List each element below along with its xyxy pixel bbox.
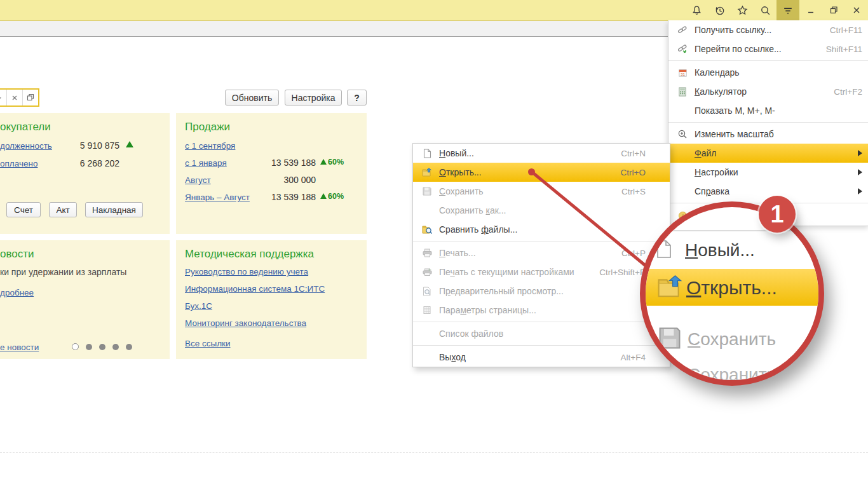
menu-item-print-preview[interactable]: Предварительный просмотр...: [413, 282, 670, 301]
close-window-button[interactable]: [6, 90, 22, 105]
submenu-arrow-icon: [858, 188, 862, 194]
refresh-button[interactable]: Обновить: [225, 90, 279, 105]
menu-item-label: Калькулятор: [695, 86, 826, 97]
pagination-dot[interactable]: [99, 344, 105, 350]
close-icon: [851, 5, 862, 15]
menu-item-label: Новый...: [439, 148, 613, 158]
settings-button[interactable]: Настройка: [285, 90, 342, 105]
invoice-button[interactable]: Счет: [6, 202, 41, 217]
calendar-icon: 31: [676, 67, 689, 78]
floppy-icon: [421, 186, 433, 196]
menu-item-label: Сохранить как...: [439, 205, 638, 215]
history-icon: [714, 5, 725, 16]
no-icon: [421, 205, 433, 215]
method-link-its[interactable]: Информационная система 1С:ИТС: [185, 284, 325, 294]
menu-item-label: Получить ссылку...: [695, 25, 822, 35]
link-icon: [676, 25, 689, 35]
help-button[interactable]: ?: [347, 90, 367, 105]
magnified-menu-item-save: Сохранить: [688, 329, 776, 350]
search-button[interactable]: [754, 0, 776, 20]
news-all-link[interactable]: е новости: [0, 343, 39, 352]
history-button[interactable]: [708, 0, 731, 20]
pagination-dot[interactable]: [126, 344, 132, 350]
debt-link[interactable]: долженность: [0, 141, 52, 151]
unpaid-value: 6 268 202: [69, 158, 119, 168]
calculator-icon: [676, 86, 689, 97]
menu-item-label: Сохранить: [439, 186, 614, 196]
no-icon: [421, 329, 433, 339]
pagination-dot[interactable]: [86, 344, 92, 350]
menu-item-label: Параметры страницы...: [439, 305, 638, 315]
menu-item-save-as[interactable]: Сохранить как...: [413, 201, 670, 220]
menu-item-page-setup[interactable]: Параметры страницы...: [413, 301, 670, 320]
unpaid-link[interactable]: оплачено: [0, 159, 37, 168]
favorites-button[interactable]: [731, 0, 754, 20]
sales-value-august: 300 000: [252, 175, 316, 185]
notifications-button[interactable]: [685, 0, 708, 20]
page-break-line: [0, 452, 868, 453]
waybill-button[interactable]: Накладная: [85, 202, 143, 217]
menu-separator: [413, 322, 670, 322]
sales-link-since-september[interactable]: с 1 сентября: [185, 141, 235, 151]
restore-icon: [829, 5, 839, 15]
no-icon: [421, 352, 433, 362]
method-link-guide[interactable]: Руководство по ведению учета: [185, 267, 308, 276]
act-button[interactable]: Акт: [49, 202, 77, 217]
menu-item-file-list[interactable]: Список файлов: [413, 324, 670, 343]
menu-item-label: Перейти по ссылке...: [695, 44, 818, 54]
submenu-arrow-icon: [858, 150, 862, 156]
method-all-links[interactable]: Все ссылки: [185, 339, 231, 348]
folder-open-icon: [421, 167, 433, 177]
compare-files-icon: [421, 224, 433, 235]
menu-item-go-to-link[interactable]: Перейти по ссылке... Shift+F11: [668, 39, 868, 58]
main-menu-button[interactable]: [776, 0, 799, 20]
dropdown-button[interactable]: [0, 90, 6, 105]
news-headline: ки при удержании из зарплаты: [0, 267, 126, 277]
menu-item-file[interactable]: Файл: [668, 144, 868, 163]
printer-icon: [421, 248, 433, 258]
link-go-icon: [676, 44, 689, 54]
menu-item-show-m[interactable]: Показать М, М+, М-: [668, 101, 868, 120]
sales-link-january-august[interactable]: Январь – Август: [185, 193, 250, 202]
document-icon: [421, 148, 433, 158]
method-link-buh1c[interactable]: Бух.1С: [185, 301, 212, 311]
minimize-button[interactable]: [799, 0, 822, 20]
menu-item-label: Настройки: [695, 167, 853, 177]
close-icon: [11, 92, 18, 104]
method-link-monitoring[interactable]: Мониторинг законодательства: [185, 318, 306, 328]
caret-down-icon: [0, 92, 2, 104]
svg-text:31: 31: [681, 71, 685, 76]
no-icon: [676, 167, 689, 177]
menu-item-print-current[interactable]: Печать с текущими настройками Ctrl+Shift…: [413, 262, 670, 282]
pagination-dot[interactable]: [112, 344, 119, 350]
menu-item-shortcut: Ctrl+S: [621, 187, 646, 196]
menu-item-new[interactable]: Новый... Ctrl+N: [413, 144, 670, 163]
news-panel-title: овости: [0, 248, 34, 261]
menu-item-settings[interactable]: Настройки: [668, 163, 868, 182]
menu-separator: [413, 345, 670, 346]
menu-item-get-link[interactable]: Получить ссылку... Ctrl+F11: [668, 20, 868, 39]
sales-value-january: 13 539 188: [252, 158, 316, 168]
menu-item-shortcut: Alt+F4: [621, 353, 646, 362]
sales-link-since-january[interactable]: с 1 января: [185, 158, 227, 168]
menu-item-save[interactable]: Сохранить Ctrl+S: [413, 182, 670, 201]
sales-link-august[interactable]: Август: [185, 175, 211, 185]
no-icon: [676, 105, 689, 116]
magnified-separator: [640, 230, 824, 231]
sales-value-january-august: 13 539 188: [252, 192, 316, 202]
menu-item-change-scale[interactable]: Изменить масштаб: [668, 125, 868, 144]
restore-button[interactable]: [822, 0, 845, 20]
menu-item-shortcut: Ctrl+F2: [834, 87, 862, 97]
close-button[interactable]: [845, 0, 868, 20]
menu-item-compare-files[interactable]: Сравнить файлы...: [413, 220, 670, 239]
detach-window-button[interactable]: [22, 90, 38, 105]
news-more-link[interactable]: дробнее: [0, 288, 34, 297]
menu-separator: [413, 241, 670, 242]
menu-item-calculator[interactable]: Калькулятор Ctrl+F2: [668, 82, 868, 101]
hamburger-menu-icon: [782, 5, 794, 16]
menu-item-exit[interactable]: Выход Alt+F4: [413, 348, 670, 367]
pagination-dot-active[interactable]: [72, 343, 79, 350]
buyers-panel-title: окупатели: [0, 121, 51, 133]
menu-item-calendar[interactable]: 31 Календарь: [668, 63, 868, 82]
menu-separator: [668, 122, 868, 123]
